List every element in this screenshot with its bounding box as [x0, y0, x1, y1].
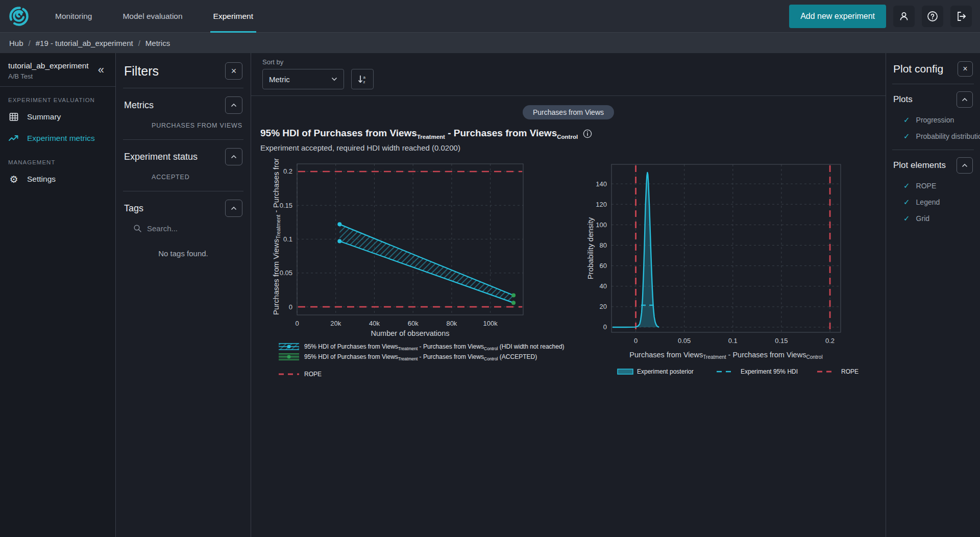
filters-close-button[interactable]: × [225, 62, 242, 80]
tags-collapse-button[interactable] [225, 200, 242, 217]
filter-metric-value[interactable]: PURCHASES FROM VIEWS [123, 119, 243, 139]
filters-title: Filters [124, 64, 159, 79]
breadcrumb-hub[interactable]: Hub [9, 39, 23, 47]
tab-experiment[interactable]: Experiment [210, 0, 256, 33]
sidebar-item-label: Settings [27, 175, 56, 184]
plot-config-close-button[interactable]: × [958, 61, 973, 77]
breadcrumb-metrics[interactable]: Metrics [145, 39, 170, 47]
x-tick-label: 80k [446, 320, 457, 327]
main-content: Sort by Metric a z [251, 53, 886, 537]
filters-tags-label: Tags [124, 203, 143, 214]
x-tick-label: 0 [634, 337, 638, 345]
metric-chip[interactable]: Purchases from Views [523, 105, 614, 119]
sidebar-item-summary[interactable]: Summary [0, 106, 115, 128]
gear-icon: ⚙ [8, 175, 19, 184]
legend-label: ROPE [841, 368, 859, 375]
y-axis-label: Probability density [586, 217, 595, 279]
filter-status-value[interactable]: ACCEPTED [123, 170, 243, 191]
y-tick-label: 140 [596, 180, 607, 187]
check-icon: ✓ [903, 115, 910, 125]
plot-elements-collapse-button[interactable] [957, 157, 973, 174]
breadcrumb-separator: / [138, 39, 140, 47]
check-icon: ✓ [903, 181, 910, 190]
add-new-experiment-button[interactable]: Add new experiment [789, 5, 886, 28]
legend-item: 95% HDI of Purchases from ViewsTreatment… [279, 343, 565, 351]
trend-up-icon [8, 134, 19, 143]
y-tick-label: 0.15 [280, 202, 292, 209]
tag-search [133, 224, 243, 233]
hdi-point [511, 293, 516, 297]
plots-collapse-button[interactable] [957, 91, 973, 108]
info-icon[interactable] [583, 129, 592, 138]
legend-label: ROPE [304, 371, 322, 378]
sidebar-item-experiment-metrics[interactable]: Experiment metrics [0, 128, 115, 149]
sidebar-header: tutorial_ab_experiment A/B Test « [0, 53, 115, 87]
tag-search-input[interactable] [147, 224, 224, 233]
help-icon [926, 10, 939, 22]
toggle-rope[interactable]: ✓ ROPE [892, 178, 974, 194]
no-tags-message: No tags found. [123, 249, 243, 258]
toggle-label: Progression [916, 116, 954, 124]
chevron-up-icon [231, 206, 237, 210]
breadcrumb: Hub / #19 - tutorial_ab_experiment / Met… [0, 33, 980, 53]
y-tick-label: 40 [600, 282, 607, 290]
sidebar-item-settings[interactable]: ⚙ Settings [0, 168, 115, 190]
help-button[interactable] [922, 6, 943, 27]
sidebar-collapse-button[interactable]: « [98, 64, 104, 76]
app-logo-icon[interactable] [8, 6, 30, 27]
x-tick-label: 0 [295, 320, 299, 327]
y-tick-label: 80 [600, 241, 607, 249]
progression-chart[interactable]: 020k40k60k80k100k00.050.10.150.2Number o… [266, 158, 578, 381]
breadcrumb-experiment[interactable]: #19 - tutorial_ab_experiment [36, 39, 133, 47]
chevron-up-icon [231, 155, 237, 159]
tab-monitoring[interactable]: Monitoring [52, 0, 95, 33]
x-tick-label: 0.05 [678, 337, 691, 345]
hdi-band [339, 224, 513, 303]
experiment-name: tutorial_ab_experiment [8, 61, 107, 70]
sort-selected-value: Metric [269, 75, 290, 84]
plots-section-label: Plots [893, 94, 913, 105]
table-icon [8, 112, 19, 122]
divider [251, 95, 886, 96]
filters-panel: Filters × Metrics PURCHASES FROM VIEWS E… [116, 53, 251, 537]
x-tick-label: 100k [483, 320, 498, 327]
toggle-legend[interactable]: ✓ Legend [892, 194, 974, 210]
sort-metric-select[interactable]: Metric [262, 69, 344, 89]
x-tick-label: 0.15 [775, 337, 788, 345]
hdi-point [511, 301, 516, 305]
distribution-chart[interactable]: 00.050.10.150.2020406080100120140Probabi… [585, 158, 880, 380]
y-tick-label: 120 [596, 201, 607, 208]
experiment-status-text: Experiment accepted, required HDI width … [260, 143, 886, 152]
y-tick-label: 0 [603, 323, 607, 331]
y-axis-label: Purchases from ViewsTreatment - Purchase… [272, 158, 281, 315]
navbar-actions: Add new experiment [789, 5, 972, 28]
x-axis-label: Purchases from ViewsTreatment - Purchase… [629, 351, 822, 360]
toggle-probability-distribution[interactable]: ✓ Probability distribution [892, 128, 974, 144]
top-navbar: Monitoring Model evaluation Experiment A… [0, 0, 980, 33]
x-axis-label: Number of observations [371, 329, 450, 337]
legend-row: Experiment posteriorExperiment 95% HDIRO… [618, 368, 859, 375]
experiment-sidebar: tutorial_ab_experiment A/B Test « EXPERI… [0, 53, 116, 537]
legend-item: ROPE [279, 371, 322, 378]
toggle-progression[interactable]: ✓ Progression [892, 112, 974, 128]
sidebar-item-label: Summary [27, 112, 61, 121]
x-tick-label: 20k [330, 320, 341, 327]
sort-by-label: Sort by [262, 58, 886, 66]
breadcrumb-separator: / [29, 39, 31, 47]
logout-icon [955, 10, 967, 22]
close-icon: × [231, 66, 237, 76]
tab-model-evaluation[interactable]: Model evaluation [119, 0, 185, 33]
chevron-up-icon [962, 163, 968, 167]
metrics-collapse-button[interactable] [225, 96, 242, 114]
user-account-button[interactable] [893, 6, 915, 27]
search-icon [133, 224, 142, 233]
sort-direction-button[interactable]: a z [351, 69, 374, 89]
sidebar-item-label: Experiment metrics [27, 134, 95, 143]
x-tick-label: 0.1 [728, 337, 738, 345]
app-root: Monitoring Model evaluation Experiment A… [0, 0, 980, 537]
logout-button[interactable] [950, 6, 972, 27]
legend-label: 95% HDI of Purchases from ViewsTreatment… [304, 343, 565, 351]
toggle-grid[interactable]: ✓ Grid [892, 210, 974, 227]
plot-config-title: Plot config [893, 63, 943, 75]
status-collapse-button[interactable] [225, 148, 242, 165]
